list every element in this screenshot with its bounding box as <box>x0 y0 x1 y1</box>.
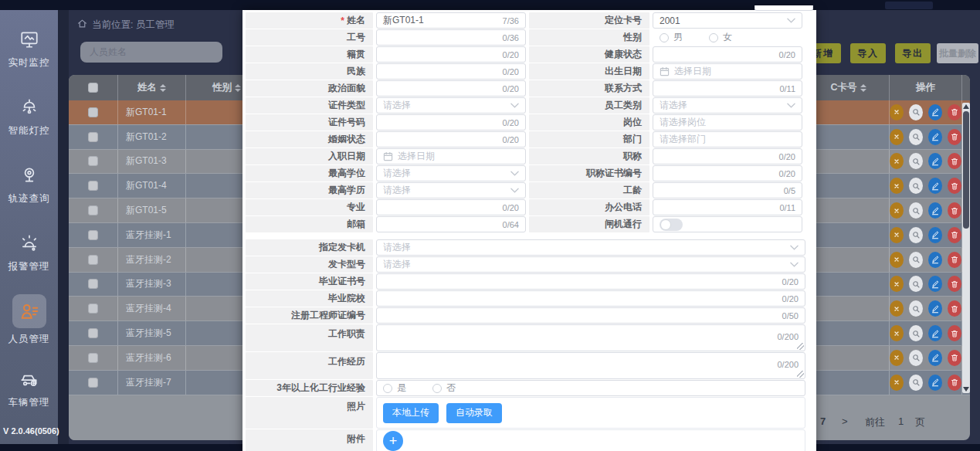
card-x-button[interactable] <box>890 129 904 145</box>
delete-button[interactable] <box>948 252 961 268</box>
radio-option[interactable]: 否 <box>432 381 456 395</box>
sidebar-item-3[interactable]: 轨迹查询 <box>0 164 58 214</box>
magnifier-button[interactable] <box>909 153 923 169</box>
delete-button[interactable] <box>948 300 961 317</box>
column-header-姓名[interactable]: 姓名 <box>118 75 186 100</box>
card-x-button[interactable] <box>890 178 904 194</box>
field-input[interactable]: 新GT01-17/36 <box>376 12 526 29</box>
delete-button[interactable] <box>948 178 961 194</box>
edit-button[interactable] <box>928 375 942 391</box>
row-checkbox[interactable] <box>88 353 98 363</box>
table-scrollbar[interactable] <box>962 103 970 393</box>
delete-button[interactable] <box>948 325 961 341</box>
delete-button[interactable] <box>948 276 961 292</box>
card-x-button[interactable] <box>890 202 904 219</box>
field-input[interactable]: 0/5 <box>653 182 802 198</box>
magnifier-button[interactable] <box>909 178 923 194</box>
field-input[interactable]: 0/20 <box>376 199 526 215</box>
scrollbar-up-icon[interactable] <box>963 104 969 109</box>
card-x-button[interactable] <box>890 325 904 341</box>
row-checkbox[interactable] <box>88 156 98 166</box>
card-x-button[interactable] <box>890 300 904 317</box>
resize-grip-icon[interactable] <box>797 371 804 378</box>
scrollbar-thumb[interactable] <box>963 111 969 229</box>
edit-button[interactable] <box>928 153 942 169</box>
sort-carets-icon[interactable] <box>235 84 241 92</box>
field-input[interactable]: 0/20 <box>653 148 802 164</box>
field-input[interactable]: 0/20 <box>376 46 526 63</box>
magnifier-button[interactable] <box>909 350 923 366</box>
sort-carets-icon[interactable] <box>160 84 166 92</box>
row-checkbox[interactable] <box>88 230 98 240</box>
magnifier-button[interactable] <box>909 104 923 120</box>
textarea-input[interactable]: 0/200 <box>376 324 805 351</box>
field-input[interactable]: 0/20 <box>376 290 805 307</box>
magnifier-button[interactable] <box>909 375 923 391</box>
card-x-button[interactable] <box>890 153 904 169</box>
edit-button[interactable] <box>928 227 942 243</box>
magnifier-button[interactable] <box>909 129 923 145</box>
row-checkbox[interactable] <box>88 279 98 289</box>
select-input[interactable]: 请选择 <box>376 97 526 114</box>
sidebar-item-1[interactable]: 实时监控 <box>0 29 58 78</box>
radio-option[interactable]: 是 <box>383 381 406 395</box>
magnifier-button[interactable] <box>909 300 923 317</box>
edit-button[interactable] <box>928 300 942 317</box>
row-checkbox[interactable] <box>88 303 98 314</box>
field-input[interactable]: 0/64 <box>376 216 526 232</box>
column-header-C卡号[interactable]: C卡号 <box>808 75 890 100</box>
radio-option[interactable]: 男 <box>660 31 683 44</box>
edit-button[interactable] <box>928 252 942 268</box>
delete-button[interactable] <box>948 227 961 243</box>
pagination-next-icon[interactable]: > <box>842 415 848 427</box>
magnifier-button[interactable] <box>909 276 923 292</box>
search-input[interactable]: 人员姓名 <box>80 42 222 63</box>
radio-group[interactable]: 是否 <box>376 380 805 396</box>
edit-button[interactable] <box>928 350 942 366</box>
delete-button[interactable] <box>948 375 961 391</box>
field-input[interactable]: + <box>376 429 805 451</box>
field-input[interactable]: 0/36 <box>376 29 526 46</box>
magnifier-button[interactable] <box>909 202 923 219</box>
field-input[interactable]: 0/50 <box>376 307 805 324</box>
card-x-button[interactable] <box>890 350 904 366</box>
field-input[interactable]: 0/20 <box>376 273 805 290</box>
row-checkbox[interactable] <box>88 378 98 388</box>
sidebar-item-5[interactable]: 人员管理 <box>0 300 58 350</box>
select-input[interactable]: 请选择 <box>376 165 526 181</box>
select-input[interactable]: 请选择 <box>653 97 802 114</box>
field-input[interactable]: 0/20 <box>376 114 526 131</box>
gate-access-toggle[interactable] <box>653 216 802 232</box>
field-input[interactable]: 0/11 <box>653 80 802 97</box>
textarea-input[interactable]: 0/200 <box>376 352 805 379</box>
radio-group[interactable]: 男女 <box>653 29 802 46</box>
edit-button[interactable] <box>928 178 942 194</box>
auto-capture-button[interactable]: 自动录取 <box>446 403 502 423</box>
sidebar-item-2[interactable]: 智能灯控 <box>0 97 58 146</box>
magnifier-button[interactable] <box>909 252 923 268</box>
field-input[interactable]: 0/20 <box>653 46 802 63</box>
delete-button[interactable] <box>948 129 961 145</box>
row-checkbox[interactable] <box>88 205 98 215</box>
edit-button[interactable] <box>928 202 942 219</box>
delete-button[interactable] <box>948 350 961 366</box>
field-input[interactable]: 0/20 <box>653 165 802 181</box>
toolbar-button-2[interactable]: 导入 <box>850 43 886 63</box>
field-input[interactable]: 0/11 <box>653 199 802 215</box>
sidebar-item-4[interactable]: 报警管理 <box>0 232 58 282</box>
date-picker-input[interactable]: 选择日期 <box>653 63 802 80</box>
edit-button[interactable] <box>928 129 942 145</box>
row-checkbox[interactable] <box>88 107 98 117</box>
field-input[interactable]: 0/20 <box>376 131 526 148</box>
select-input[interactable]: 2001 <box>653 12 802 29</box>
toolbar-button-3[interactable]: 导出 <box>895 43 931 63</box>
delete-button[interactable] <box>948 104 961 120</box>
scrollbar-down-icon[interactable] <box>963 387 969 392</box>
row-checkbox[interactable] <box>88 328 98 338</box>
sidebar-item-6[interactable]: 车辆管理 <box>0 368 58 418</box>
card-x-button[interactable] <box>890 276 904 292</box>
card-x-button[interactable] <box>890 252 904 268</box>
row-checkbox[interactable] <box>88 255 98 265</box>
delete-button[interactable] <box>948 153 961 169</box>
magnifier-button[interactable] <box>909 227 923 243</box>
